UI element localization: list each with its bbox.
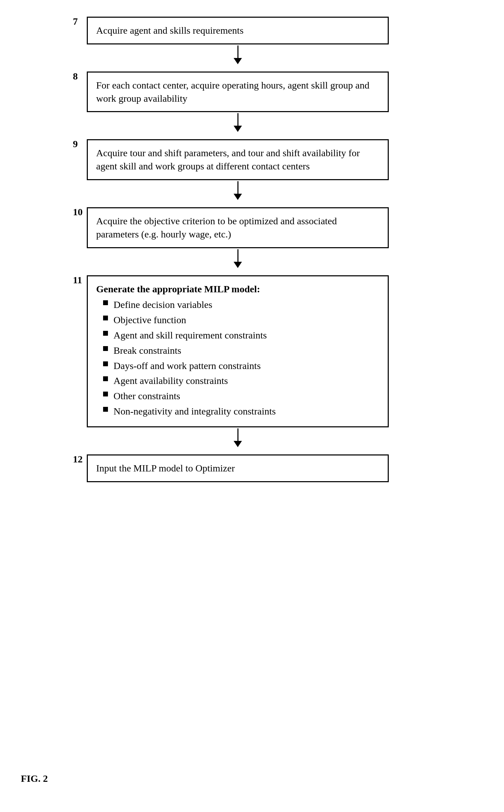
step-10-box: Acquire the objective criterion to be op…	[87, 207, 389, 248]
bullet-text-1: Define decision variables	[114, 298, 212, 311]
arrow-2	[87, 112, 389, 133]
bullet-icon-4	[103, 346, 108, 351]
arrow-head-2	[234, 126, 242, 132]
step-10-label: 10	[73, 207, 83, 217]
bullet-text-3: Agent and skill requirement constraints	[114, 329, 267, 342]
bullet-icon-6	[103, 376, 108, 381]
step-11-label: 11	[73, 275, 82, 285]
step-9-text: Acquire tour and shift parameters, and t…	[96, 148, 360, 171]
step-12-text: Input the MILP model to Optimizer	[96, 463, 235, 474]
bullet-icon-8	[103, 407, 108, 412]
arrow-head-5	[234, 441, 242, 447]
bullet-text-5: Days-off and work pattern constraints	[114, 359, 261, 372]
bullet-icon-2	[103, 316, 108, 320]
step-11: 11 Generate the appropriate MILP model: …	[76, 275, 389, 427]
bullet-2: Objective function	[103, 313, 379, 327]
step-11-bullets: Define decision variables Objective func…	[96, 298, 379, 418]
step-7-box: Acquire agent and skills requirements	[87, 17, 389, 44]
bullet-8: Non-negativity and integrality constrain…	[103, 405, 379, 418]
step-12: 12 Input the MILP model to Optimizer	[76, 454, 389, 482]
figure-label: FIG. 2	[21, 773, 48, 784]
step-9: 9 Acquire tour and shift parameters, and…	[76, 139, 389, 180]
bullet-5: Days-off and work pattern constraints	[103, 359, 379, 372]
step-9-box: Acquire tour and shift parameters, and t…	[87, 139, 389, 180]
bullet-1: Define decision variables	[103, 298, 379, 311]
step-11-title: Generate the appropriate MILP model:	[96, 283, 379, 296]
step-8-text: For each contact center, acquire operati…	[96, 80, 369, 104]
bullet-icon-3	[103, 331, 108, 336]
step-9-label: 9	[73, 139, 78, 149]
step-8-box: For each contact center, acquire operati…	[87, 72, 389, 112]
step-7-text: Acquire agent and skills requirements	[96, 25, 244, 36]
bullet-text-7: Other constraints	[114, 390, 180, 403]
bullet-icon-5	[103, 361, 108, 366]
step-7-label: 7	[73, 17, 78, 26]
bullet-3: Agent and skill requirement constraints	[103, 329, 379, 342]
bullet-text-6: Agent availability constraints	[114, 374, 228, 387]
bullet-text-4: Break constraints	[114, 344, 181, 357]
bullet-7: Other constraints	[103, 390, 379, 403]
step-8-label: 8	[73, 72, 78, 81]
step-12-label: 12	[73, 454, 83, 464]
arrow-head-4	[234, 262, 242, 268]
step-8: 8 For each contact center, acquire opera…	[76, 72, 389, 112]
arrow-head-3	[234, 194, 242, 200]
bullet-text-2: Objective function	[114, 313, 186, 327]
arrow-3	[87, 180, 389, 201]
arrow-5	[87, 427, 389, 448]
arrow-line-3	[237, 181, 238, 194]
step-11-box: Generate the appropriate MILP model: Def…	[87, 275, 389, 427]
page-container: 7 Acquire agent and skills requirements …	[0, 0, 504, 812]
bullet-4: Break constraints	[103, 344, 379, 357]
arrow-line-2	[237, 113, 238, 126]
bullet-6: Agent availability constraints	[103, 374, 379, 387]
step-10: 10 Acquire the objective criterion to be…	[76, 207, 389, 248]
bullet-text-8: Non-negativity and integrality constrain…	[114, 405, 276, 418]
step-10-text: Acquire the objective criterion to be op…	[96, 216, 337, 240]
arrow-line-1	[237, 45, 238, 58]
arrow-1	[87, 44, 389, 65]
arrow-line-5	[237, 428, 238, 441]
step-7: 7 Acquire agent and skills requirements	[76, 17, 389, 44]
bullet-icon-1	[103, 300, 108, 305]
arrow-head-1	[234, 58, 242, 64]
arrow-4	[87, 248, 389, 269]
arrow-line-4	[237, 249, 238, 262]
bullet-icon-7	[103, 392, 108, 396]
flowchart: 7 Acquire agent and skills requirements …	[76, 10, 389, 482]
step-12-box: Input the MILP model to Optimizer	[87, 454, 389, 482]
